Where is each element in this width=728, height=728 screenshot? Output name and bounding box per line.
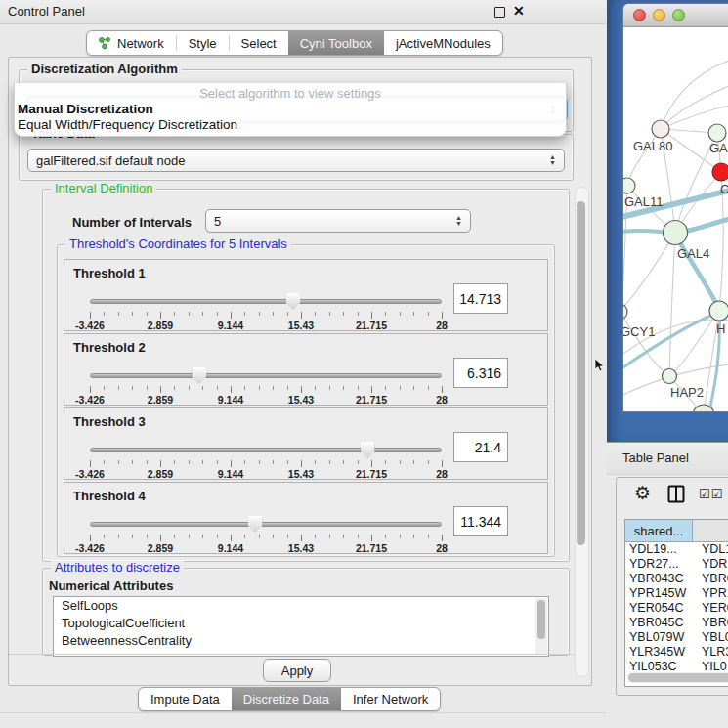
zoom-traffic-light[interactable] [672, 9, 685, 21]
option-equal-width-frequency[interactable]: Equal Width/Frequency Discretization [18, 117, 237, 132]
threshold-value-field[interactable] [453, 283, 508, 314]
table-row[interactable]: YPR145WYPR1 [625, 586, 728, 601]
list-scrollbar[interactable] [535, 598, 547, 655]
close-icon[interactable]: ✕ [513, 3, 525, 19]
node-selected-red[interactable] [712, 163, 728, 181]
slider-thumb[interactable] [248, 516, 263, 533]
node-gcy1[interactable] [623, 304, 627, 320]
cell-shared-name[interactable]: YDR27... [625, 557, 696, 572]
threshold-slider[interactable]: -3.4262.8599.14415.4321.71528 [90, 367, 442, 401]
node-gal11[interactable] [623, 178, 635, 193]
cell-name[interactable]: YBR0 [696, 616, 728, 630]
tab-impute-data[interactable]: Impute Data [139, 688, 232, 710]
table-header-row: shared... na [625, 520, 728, 542]
tick-label: -3.426 [75, 394, 105, 406]
scrollbar-thumb[interactable] [628, 673, 728, 682]
tick-mark [343, 460, 344, 464]
attribute-list-item[interactable]: TopologicalCoefficient [54, 615, 548, 632]
cell-name[interactable]: YLR3 [696, 645, 728, 660]
attribute-list-item[interactable]: SelfLoops [54, 597, 548, 615]
table-horizontal-scrollbar[interactable] [627, 672, 728, 683]
node-attribute-table[interactable]: shared... na YDL19...YDL1YDR27...YDR2YBR… [624, 519, 728, 687]
scrollbar-thumb[interactable] [577, 201, 585, 545]
table-row[interactable]: YBR043CYBR0 [625, 572, 728, 586]
table-data-combobox[interactable]: galFiltered.sif default node ▲▼ [27, 149, 565, 172]
threshold-slider[interactable]: -3.4262.8599.14415.4321.71528 [90, 442, 442, 475]
panel-vertical-scrollbar[interactable] [575, 187, 589, 677]
attribute-list-item[interactable]: BetweennessCentrality [54, 632, 548, 650]
group-title: Attributes to discretize [51, 561, 184, 575]
node-right-top[interactable] [708, 124, 726, 142]
table-row[interactable]: YER054CYER0 [625, 601, 728, 616]
tick-mark [217, 460, 218, 464]
cell-shared-name[interactable]: YDL19... [625, 542, 696, 557]
cell-shared-name[interactable]: YBR045C [625, 616, 696, 630]
network-window-titlebar[interactable] [623, 4, 728, 27]
apply-button[interactable]: Apply [263, 659, 331, 682]
slider-thumb[interactable] [285, 293, 300, 310]
cell-name[interactable]: YPR1 [696, 586, 728, 601]
tick-mark [273, 312, 274, 316]
cell-name[interactable]: YDR2 [696, 557, 728, 572]
cell-name[interactable]: YBR0 [696, 572, 728, 586]
scrollbar-thumb[interactable] [537, 600, 545, 639]
tick-label: 9.144 [218, 320, 243, 331]
tab-infer-network[interactable]: Infer Network [341, 688, 440, 710]
tab-network[interactable]: Network [87, 31, 176, 55]
threshold-slider[interactable]: -3.4262.8599.14415.4321.71528 [90, 516, 442, 549]
cell-name[interactable]: YBL0 [696, 630, 728, 645]
column-header-name[interactable]: na [693, 520, 728, 541]
tick-mark [371, 386, 372, 393]
cell-name[interactable]: YER0 [696, 601, 728, 616]
settings-gear-icon[interactable]: ⚙ [634, 484, 651, 503]
threshold-value-field[interactable] [453, 432, 508, 462]
node-hap2[interactable] [663, 369, 677, 384]
cell-shared-name[interactable]: YPR145W [625, 586, 696, 601]
number-of-intervals-label: Number of Intervals [72, 215, 192, 230]
tab-jactivemnodules[interactable]: jActiveMNodules [384, 31, 502, 55]
slider-track[interactable] [90, 522, 442, 527]
option-manual-discretization[interactable]: Manual Discretization [18, 102, 153, 116]
tick-mark [202, 460, 203, 464]
threshold-value-field[interactable] [453, 506, 508, 536]
tab-style[interactable]: Style [177, 31, 229, 55]
node-right-mid[interactable] [709, 301, 728, 321]
tab-cyni-toolbox[interactable]: Cyni Toolbox [288, 31, 384, 55]
numerical-attributes-label: Numerical Attributes [49, 578, 173, 593]
column-view-icon[interactable] [667, 485, 685, 503]
tab-select[interactable]: Select [230, 31, 288, 55]
table-row[interactable]: YBR045CYBR0 [625, 616, 728, 630]
tab-discretize-data[interactable]: Discretize Data [232, 688, 341, 710]
cell-shared-name[interactable]: YLR345W [625, 645, 696, 660]
checkboxes-icon[interactable]: ☑☑ [699, 487, 723, 501]
combobox-value: galFiltered.sif default node [36, 153, 185, 168]
cell-shared-name[interactable]: YBR043C [625, 572, 696, 586]
node-gal80[interactable] [652, 120, 669, 138]
slider-track[interactable] [90, 448, 442, 452]
table-row[interactable]: YLR345WYLR3 [625, 645, 728, 660]
tick-mark [132, 312, 133, 316]
tick-label: 28 [436, 320, 448, 331]
node-gal4[interactable] [664, 221, 688, 245]
cell-shared-name[interactable]: YER054C [625, 601, 696, 616]
float-window-icon[interactable] [494, 7, 505, 18]
cell-name[interactable]: YDL1 [696, 542, 728, 557]
slider-track[interactable] [90, 299, 442, 304]
slider-thumb[interactable] [192, 367, 206, 384]
table-row[interactable]: YDL19...YDL1 [625, 542, 728, 557]
numerical-attributes-list[interactable]: SelfLoopsTopologicalCoefficientBetweenne… [53, 596, 549, 657]
slider-thumb[interactable] [361, 442, 375, 458]
cell-shared-name[interactable]: YBL079W [625, 630, 696, 645]
network-canvas[interactable]: GAL80 GA C GAL11 GAL4 H GCY1 HAP2 [623, 27, 728, 411]
minimize-traffic-light[interactable] [653, 9, 665, 21]
threshold-value-field[interactable] [453, 358, 508, 388]
number-of-intervals-combobox[interactable]: 5 ▲▼ [205, 209, 471, 233]
tick-label: 9.144 [218, 394, 243, 406]
threshold-slider[interactable]: -3.4262.8599.14415.4321.71528 [90, 293, 442, 326]
table-row[interactable]: YDR27...YDR2 [625, 557, 728, 572]
tab-label: Style [189, 36, 217, 51]
table-row[interactable]: YBL079WYBL0 [625, 630, 728, 645]
slider-track[interactable] [90, 373, 442, 378]
column-header-shared-name[interactable]: shared... [625, 520, 693, 541]
close-traffic-light[interactable] [633, 9, 646, 21]
